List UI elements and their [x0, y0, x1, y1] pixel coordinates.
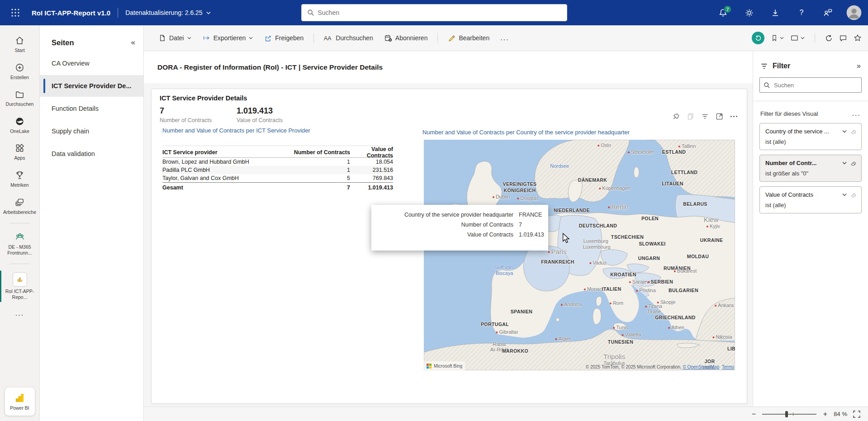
column-header[interactable]: ICT Service provider	[162, 149, 275, 156]
tooltip-label: Country of the service provider headquar…	[378, 212, 513, 218]
table-total-row: Gesamt 7 1.019.413	[162, 182, 393, 192]
avatar[interactable]	[846, 5, 862, 20]
kpi-value: 1.019.413	[237, 106, 283, 116]
sidebar-item-durchsuchen[interactable]: Durchsuchen	[0, 85, 40, 111]
filter-card-number-of-contracts[interactable]: Number of Contr... ist größer als "0"	[759, 155, 862, 182]
sidebar-item-de-m365[interactable]: DE - M365 Frontrunn...	[0, 228, 40, 259]
sidebar-item-start[interactable]: Start	[0, 32, 40, 57]
settings-button[interactable]	[741, 5, 757, 20]
app-launcher-icon[interactable]	[5, 3, 25, 23]
eraser-icon[interactable]	[850, 160, 857, 166]
capital-dot	[608, 207, 610, 208]
focus-mode-icon[interactable]	[716, 113, 723, 120]
filter-card-value-of-contracts[interactable]: Value of Contracts ist (alle)	[759, 186, 862, 213]
sidebar-item-roi-report[interactable]: RoI ICT-APP-Repo...	[0, 269, 40, 303]
data-refresh-label: Datenaktualisierung: 2.6.25	[125, 9, 202, 16]
search-icon	[764, 82, 770, 89]
pin-icon[interactable]	[672, 113, 680, 120]
refresh-button[interactable]	[825, 34, 833, 42]
chevron-down-icon	[206, 11, 211, 14]
cell-value: 231.516	[350, 167, 393, 173]
help-button[interactable]: ?	[794, 5, 809, 20]
collapse-pages-icon[interactable]: «	[131, 38, 135, 47]
data-refresh-dropdown[interactable]: Datenaktualisierung: 2.6.25	[125, 9, 210, 16]
download-button[interactable]	[768, 5, 783, 20]
table-visual: Number and Value of Contracts per ICT Se…	[162, 127, 394, 192]
export-menu[interactable]: Exportieren	[198, 31, 258, 45]
copy-icon[interactable]	[687, 113, 694, 120]
column-header[interactable]: Value of Contracts	[350, 146, 393, 159]
toolbar-more-button[interactable]: ...	[496, 34, 513, 42]
comments-button[interactable]	[839, 34, 847, 42]
page-item-data-validation[interactable]: Data validation	[40, 143, 143, 165]
table-row[interactable]: Taylor, Galvan and Cox GmbH 5 769.843	[162, 174, 393, 182]
page-item-function-details[interactable]: Function Details	[40, 98, 143, 119]
map-label: POLEN	[641, 216, 659, 221]
feedback-icon	[823, 8, 833, 18]
cell-number: 1	[275, 167, 350, 173]
zoom-slider[interactable]	[762, 411, 816, 417]
capital-dot	[613, 327, 615, 329]
zoom-in-button[interactable]: +	[822, 410, 828, 418]
sidebar-item-metriken[interactable]: Metriken	[0, 166, 40, 192]
share-button[interactable]: Freigeben	[259, 31, 308, 45]
capital-dot	[636, 290, 638, 292]
bing-logo[interactable]: Microsoft Bing	[424, 361, 465, 370]
map-label: Tirana	[645, 303, 662, 309]
filter-section-more[interactable]: ...	[852, 109, 861, 118]
reset-filters-button[interactable]	[752, 32, 764, 44]
eraser-icon[interactable]	[850, 192, 857, 198]
map-label: Monaco	[584, 286, 605, 292]
map-label: Bukarest	[674, 268, 697, 274]
capital-dot	[496, 331, 498, 333]
page-item-ca-overview[interactable]: CA Overview	[40, 52, 143, 74]
search-input[interactable]	[318, 9, 561, 16]
zoom-out-button[interactable]: −	[750, 410, 757, 418]
feedback-button[interactable]	[820, 5, 835, 20]
column-header[interactable]: Number of Contracts	[275, 149, 350, 156]
sidebar-item-label: RoI ICT-APP-Repo...	[1, 289, 38, 300]
capital-dot	[648, 281, 650, 283]
notification-badge: 7	[724, 5, 731, 13]
collapse-filter-icon[interactable]: »	[857, 62, 861, 70]
product-switcher-powerbi[interactable]: Power BI	[5, 388, 35, 416]
view-button[interactable]	[790, 34, 805, 42]
page-item-supply-chain[interactable]: Supply chain	[40, 120, 143, 142]
browse-button[interactable]: AA Durchsuchen	[319, 31, 378, 45]
sidebar-item-erstellen[interactable]: Erstellen	[0, 59, 40, 84]
slider-handle[interactable]	[785, 411, 788, 417]
more-options-icon[interactable]	[730, 115, 738, 118]
rail-more-button[interactable]: ...	[15, 309, 24, 317]
bookmarks-button[interactable]	[771, 34, 784, 42]
eraser-icon[interactable]	[850, 128, 857, 135]
file-menu[interactable]: Datei	[154, 31, 196, 45]
fit-to-page-icon[interactable]	[853, 410, 861, 418]
global-search[interactable]	[301, 4, 567, 21]
sidebar-item-label: Metriken	[10, 182, 28, 188]
table-row[interactable]: Padilla PLC GmbH 1 231.516	[162, 166, 393, 174]
map-label: DEUTSCHLAND	[579, 223, 617, 228]
sidebar-item-arbeitsbereiche[interactable]: Arbeitsbereiche	[0, 194, 40, 219]
table-row[interactable]: Brown, Lopez and Hubbard GmbH 1 18.054	[162, 158, 393, 166]
terms-link[interactable]: Terms	[722, 364, 734, 369]
chevron-down-icon[interactable]	[842, 193, 847, 196]
sidebar-item-onelake[interactable]: OneLake	[0, 113, 40, 138]
filter-search[interactable]	[759, 77, 862, 93]
map-visual[interactable]: NordseeGolf vonBiscayaOsloStockholmTalli…	[424, 140, 735, 370]
sidebar-item-apps[interactable]: Apps	[0, 139, 40, 165]
openstreetmap-link[interactable]: © OpenStreetMap	[683, 364, 719, 369]
subscribe-button[interactable]: Abonnieren	[379, 31, 432, 45]
page-item-ict-service-provider[interactable]: ICT Service Provider De...	[40, 75, 143, 97]
edit-button[interactable]: Bearbeiten	[443, 31, 494, 45]
filter-search-input[interactable]	[774, 82, 858, 89]
favorite-button[interactable]	[854, 34, 862, 42]
notifications-button[interactable]: 7	[715, 5, 730, 20]
map-label: Dublin	[493, 194, 510, 199]
chevron-down-icon[interactable]	[842, 161, 847, 165]
filter-icon[interactable]	[701, 113, 709, 120]
filter-field-name: Number of Contr...	[765, 160, 839, 166]
filter-card-country[interactable]: Country of the service ... ist (alle)	[759, 123, 862, 150]
sidebar-item-label: Arbeitsbereiche	[3, 209, 36, 215]
report-icon	[13, 272, 27, 287]
chevron-down-icon[interactable]	[842, 130, 847, 133]
